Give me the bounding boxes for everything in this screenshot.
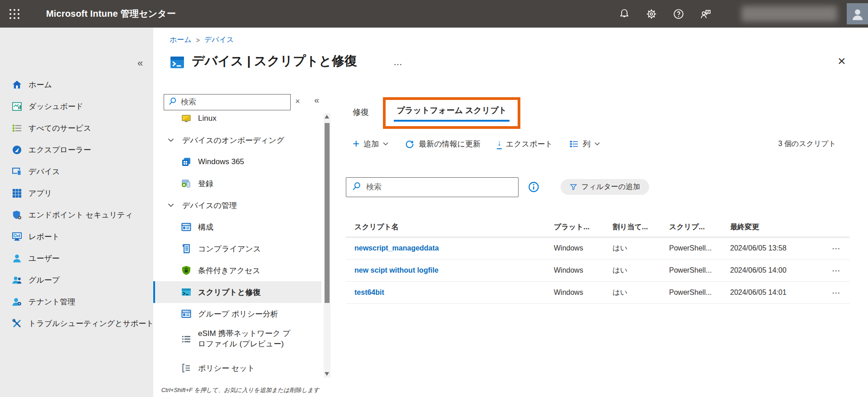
tree-collapse-icon[interactable]: « [314, 95, 319, 105]
cell-assigned: はい [613, 244, 669, 253]
col-header-assigned[interactable]: 割り当て... [613, 222, 669, 232]
row-context-menu-icon[interactable]: ⋯ [832, 244, 841, 253]
tree-item-group-policy-analytics[interactable]: グループ ポリシー分析 [153, 303, 321, 325]
page-title: デバイス | スクリプトと修復 [192, 52, 357, 70]
tree-item-label: コンプライアンス [198, 244, 261, 254]
cell-script-type: PowerShell... [669, 244, 730, 252]
sidebar-item-label: ダッシュボード [28, 101, 83, 112]
app-title: Microsoft Intune 管理センター [46, 0, 176, 28]
sidebar-item-label: アプリ [28, 188, 52, 198]
tree-item-label: スクリプトと修復 [198, 287, 260, 298]
avatar[interactable] [847, 3, 868, 24]
script-link[interactable]: new scipt without logfile [354, 266, 439, 274]
windows-365-icon [181, 156, 192, 167]
row-context-menu-icon[interactable]: ⋯ [832, 288, 841, 298]
sidebar-item-users[interactable]: ユーザー [0, 247, 153, 269]
sidebar-item-devices[interactable]: デバイス [0, 161, 153, 182]
sidebar-item-groups[interactable]: グループ [0, 269, 153, 291]
tree-item-policy-sets[interactable]: ポリシー セット [153, 357, 321, 379]
breadcrumb-home[interactable]: ホーム [170, 35, 192, 45]
devices-icon [12, 166, 22, 177]
account-name-redacted[interactable] [741, 6, 837, 22]
cell-assigned: はい [613, 266, 669, 275]
refresh-button[interactable]: 最新の情報に更新 [405, 139, 481, 149]
main-content: 修復 プラットフォーム スクリプト + 追加 最新の情報に更新 ↓ エクスポート… [332, 86, 868, 397]
cell-platform: Windows [554, 266, 613, 274]
tree-item-windows-365[interactable]: Windows 365 [153, 151, 321, 173]
tree-search-input[interactable] [181, 98, 276, 107]
cell-last-modified: 2024/06/05 13:58 [730, 244, 823, 252]
sidebar-item-label: ユーザー [28, 253, 60, 264]
script-link[interactable]: newscript_manageddata [354, 244, 439, 252]
col-header-last-modified[interactable]: 最終変更 [730, 222, 823, 232]
tree-scrollbar[interactable] [324, 113, 330, 378]
script-link[interactable]: test64bit [354, 288, 384, 296]
tree-item-esim-profiles[interactable]: eSIM 携帯ネットワーク プロファイル (プレビュー) [153, 325, 321, 354]
col-header-platform[interactable]: プラット... [554, 222, 613, 232]
tree-group-label: デバイスのオンボーディング [182, 135, 284, 146]
tree-group-label: デバイスの管理 [182, 200, 237, 211]
favorites-hint: Ctrl+Shift+F を押して、お気に入りを追加または削除します [160, 386, 321, 395]
row-context-menu-icon[interactable]: ⋯ [832, 266, 841, 275]
main-sidebar: « ホーム ダッシュボード すべてのサービス エクスプローラー [0, 28, 153, 397]
scripts-search-input[interactable] [366, 183, 502, 192]
policy-sets-icon [181, 363, 192, 373]
breadcrumb: ホーム > デバイス [170, 35, 234, 45]
settings-gear-icon[interactable] [646, 8, 657, 20]
scrollbar-thumb[interactable] [325, 123, 330, 303]
dashboard-icon [12, 101, 22, 112]
table-row: new scipt without logfile Windows はい Pow… [346, 260, 850, 282]
scroll-up-icon[interactable] [325, 115, 329, 118]
breadcrumb-devices[interactable]: デバイス [204, 35, 234, 45]
tree-item-configuration[interactable]: 構成 [153, 216, 321, 238]
sidebar-item-all-services[interactable]: すべてのサービス [0, 117, 153, 139]
tree-item-enrollment[interactable]: 登録 [153, 173, 321, 194]
breadcrumb-separator: > [196, 37, 200, 44]
sidebar-item-explorer[interactable]: エクスプローラー [0, 139, 153, 161]
tree-item-linux[interactable]: Linux [153, 108, 321, 129]
col-header-script-type[interactable]: スクリプ... [669, 222, 730, 232]
sidebar-item-dashboard[interactable]: ダッシュボード [0, 95, 153, 117]
tab-remediations[interactable]: 修復 [353, 107, 369, 118]
feedback-icon[interactable] [700, 8, 712, 20]
sidebar-item-troubleshooting[interactable]: トラブルシューティングとサポート [0, 312, 153, 334]
scripts-table: スクリプト名 プラット... 割り当て... スクリプ... 最終変更 news… [346, 217, 850, 304]
tree-item-label: 条件付きアクセス [198, 265, 260, 276]
tree-item-label: Windows 365 [198, 157, 244, 166]
add-button[interactable]: + 追加 [353, 139, 388, 149]
command-bar: + 追加 最新の情報に更新 ↓ エクスポート 列 [353, 137, 600, 151]
help-icon[interactable] [673, 8, 684, 20]
notifications-bell-icon[interactable] [618, 8, 630, 20]
col-header-script-name[interactable]: スクリプト名 [346, 222, 554, 232]
info-icon[interactable] [528, 181, 540, 193]
sidebar-item-reports[interactable]: レポート [0, 226, 153, 247]
active-tab-underline [394, 120, 509, 122]
scripts-search-box[interactable] [346, 177, 519, 197]
tree-item-compliance[interactable]: コンプライアンス [153, 238, 321, 260]
app-launcher-icon[interactable] [8, 8, 20, 20]
tree-item-conditional-access[interactable]: 条件付きアクセス [153, 260, 321, 281]
tree-search-clear-icon[interactable]: × [295, 97, 300, 106]
scripts-remediations-icon [181, 287, 192, 298]
tree-item-scripts-remediations[interactable]: スクリプトと修復 [153, 281, 321, 303]
compliance-icon [181, 243, 192, 254]
sidebar-collapse-icon[interactable]: « [137, 57, 143, 69]
tree-group-device-onboarding[interactable]: デバイスのオンボーディング [153, 129, 321, 151]
blade-more-icon[interactable]: … [393, 57, 403, 67]
add-filter-button[interactable]: フィルターの追加 [561, 179, 649, 195]
sidebar-item-tenant-administration[interactable]: テナント管理 [0, 291, 153, 312]
export-button[interactable]: ↓ エクスポート [497, 139, 553, 149]
scroll-down-icon[interactable] [325, 372, 329, 376]
sidebar-item-home[interactable]: ホーム [0, 74, 153, 95]
cell-platform: Windows [554, 288, 613, 297]
sidebar-item-label: レポート [28, 232, 60, 242]
columns-button[interactable]: 列 [569, 139, 600, 149]
tree-group-manage-devices[interactable]: デバイスの管理 [153, 194, 321, 216]
sidebar-item-endpoint-security[interactable]: エンドポイント セキュリティ [0, 204, 153, 226]
sidebar-item-apps[interactable]: アプリ [0, 182, 153, 204]
cell-platform: Windows [554, 244, 613, 252]
sidebar-item-label: エクスプローラー [28, 145, 91, 155]
close-icon[interactable]: × [838, 54, 846, 68]
search-icon [352, 181, 362, 193]
tab-platform-scripts-highlighted[interactable]: プラットフォーム スクリプト [383, 97, 520, 129]
